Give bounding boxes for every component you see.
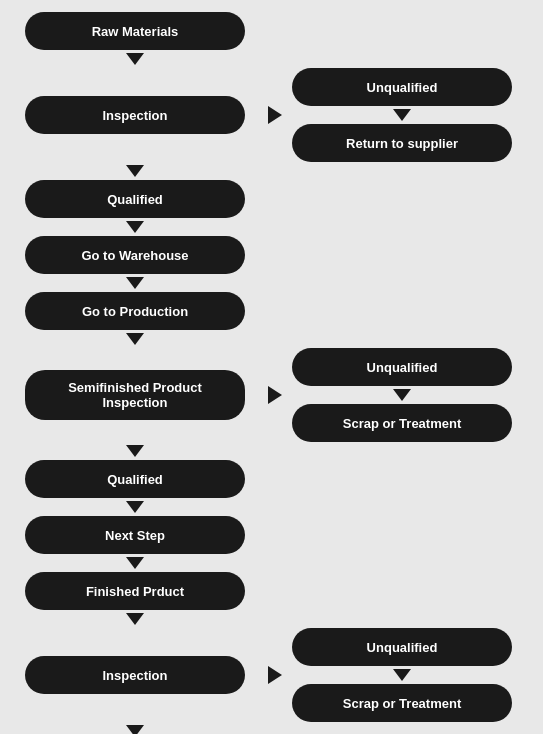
- flowchart: Raw Materials Inspection Unqualified Ret…: [0, 12, 543, 734]
- arrow-down: [126, 221, 144, 233]
- unqualified2-node: Unqualified: [292, 348, 512, 386]
- side-group-3: Unqualified Scrap or Treatment: [292, 628, 512, 722]
- return-supplier-node: Return to supplier: [292, 124, 512, 162]
- side-group-1: Unqualified Return to supplier: [292, 68, 512, 162]
- arrow-down: [126, 557, 144, 569]
- go-production-node: Go to Production: [25, 292, 245, 330]
- arrow-down: [126, 277, 144, 289]
- arrow-down: [126, 333, 144, 345]
- raw-materials-node: Raw Materials: [25, 12, 245, 50]
- arrow-down: [126, 725, 144, 734]
- inspection2-node: Inspection: [25, 656, 245, 694]
- arrow-down: [126, 165, 144, 177]
- inspection1-node: Inspection: [25, 96, 245, 134]
- right-arrow-2: [268, 386, 282, 404]
- unqualified3-node: Unqualified: [292, 628, 512, 666]
- unqualified1-node: Unqualified: [292, 68, 512, 106]
- finished-node: Finished Prduct: [25, 572, 245, 610]
- arrow-down: [126, 501, 144, 513]
- semifinished-node: Semifinished Product Inspection: [25, 370, 245, 420]
- arrow-down: [393, 109, 411, 121]
- right-arrow-1: [268, 106, 282, 124]
- qualified2-node: Qualified: [25, 460, 245, 498]
- go-warehouse-node: Go to Warehouse: [25, 236, 245, 274]
- arrow-down: [126, 445, 144, 457]
- next-step-node: Next Step: [25, 516, 245, 554]
- side-group-2: Unqualified Scrap or Treatment: [292, 348, 512, 442]
- right-arrow-3: [268, 666, 282, 684]
- scrap2-node: Scrap or Treatment: [292, 684, 512, 722]
- arrow-down: [393, 669, 411, 681]
- scrap1-node: Scrap or Treatment: [292, 404, 512, 442]
- arrow-down: [126, 613, 144, 625]
- arrow-down: [126, 53, 144, 65]
- arrow-down: [393, 389, 411, 401]
- qualified1-node: Qualified: [25, 180, 245, 218]
